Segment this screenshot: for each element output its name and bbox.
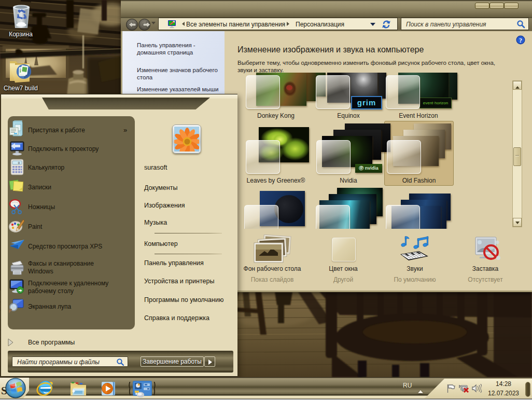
svg-text:?: ? [519, 37, 522, 44]
